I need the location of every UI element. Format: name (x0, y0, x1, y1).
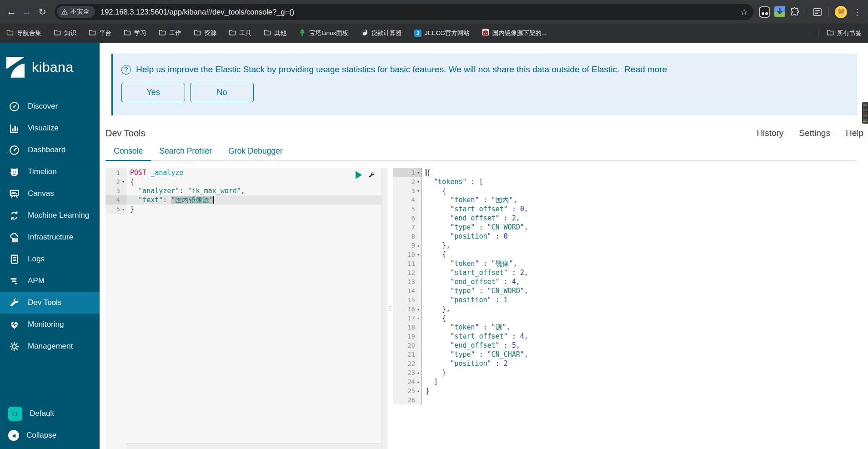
proxy-extension-icon[interactable] (759, 6, 770, 18)
all-bookmarks-label: 所有书签 (837, 29, 862, 37)
fold-expand-icon[interactable]: ▴ (415, 241, 421, 250)
bookmark-star-icon[interactable]: ☆ (740, 7, 748, 17)
reading-list-icon[interactable] (812, 7, 823, 17)
fold-expand-icon[interactable]: ▴ (415, 368, 421, 377)
bookmark-label: 平台 (99, 29, 111, 37)
fold-collapse-icon[interactable]: ▾ (415, 168, 421, 177)
extensions-puzzle-icon[interactable] (789, 7, 800, 17)
bookmark-item[interactable]: 平台 (89, 29, 111, 38)
back-icon[interactable]: ← (4, 4, 19, 20)
security-badge[interactable]: 不安全 (57, 6, 95, 18)
bookmark-item[interactable]: 资源 (194, 29, 216, 38)
console-response-viewer[interactable]: 1▾{2▾ "tokens" : [3▾ {4 "token" : "国内",5… (393, 168, 868, 449)
no-button[interactable]: No (190, 83, 254, 102)
tab-search-profiler[interactable]: Search Profiler (151, 145, 220, 160)
bookmark-label: 知识 (64, 29, 76, 37)
code-line: "start_offset" : 2, (422, 268, 528, 277)
forward-icon[interactable]: → (19, 4, 35, 20)
line-number: 3▾ (393, 186, 422, 195)
sidebar-item-monitoring[interactable]: Monitoring (0, 314, 100, 335)
read-more-link[interactable]: Read more (624, 65, 667, 75)
sidebar-item-dev-tools[interactable]: Dev Tools (0, 292, 100, 314)
code-row: 11 "token" : "镜像", (393, 259, 868, 268)
bookmark-item[interactable]: 宝塔Linux面板 (299, 29, 348, 38)
fold-expand-icon[interactable]: ▴ (415, 377, 421, 386)
apm-icon (8, 275, 20, 287)
sidebar-item-infrastructure[interactable]: Infrastructure (0, 226, 100, 248)
bookmark-item[interactable]: 学习 (124, 29, 146, 38)
code-row: 21 "type" : "CN_CHAR", (393, 350, 868, 359)
code-row: 16▴ }, (393, 304, 868, 314)
fold-collapse-icon[interactable]: ▾ (415, 186, 421, 195)
fold-collapse-icon[interactable]: ▾ (415, 250, 421, 259)
canvas-icon (8, 188, 20, 200)
bookmark-item[interactable]: 工作 (159, 29, 181, 38)
bookmark-item[interactable]: 知识 (54, 29, 76, 38)
sidebar-nav: DiscoverVisualizeDashboardTimelionCanvas… (0, 95, 100, 357)
bookmark-item[interactable]: 导航合集 (6, 29, 41, 38)
code-line: { (422, 186, 446, 195)
sidebar-collapse-button[interactable]: ◀ Collapse (0, 424, 100, 446)
sidebar-item-dashboard[interactable]: Dashboard (0, 139, 100, 161)
code-line: "token" : "镜像", (422, 259, 517, 268)
settings-button[interactable]: Settings (799, 128, 830, 138)
all-bookmarks-folder[interactable]: 所有书签 (827, 29, 862, 38)
reload-icon[interactable]: ↻ (35, 4, 50, 20)
scroll-marker-widget[interactable] (862, 102, 868, 124)
bookmark-item[interactable]: 其他 (264, 29, 286, 38)
download-extension-icon[interactable] (774, 6, 785, 17)
fold-expand-icon[interactable]: ▴ (415, 304, 421, 314)
bookmark-item[interactable]: 国内镜像源下架的... (482, 29, 547, 38)
send-request-button[interactable] (356, 171, 362, 179)
kibana-logo-icon (5, 56, 25, 78)
bookmark-label: 其他 (274, 29, 286, 37)
profile-avatar[interactable] (835, 6, 847, 18)
space-selector-default[interactable]: D Default (0, 403, 100, 424)
bookmark-item[interactable]: JJEECG官方网站 (414, 29, 470, 37)
sidebar-item-canvas[interactable]: Canvas (0, 183, 100, 205)
warning-icon (61, 9, 68, 15)
fold-expand-icon[interactable]: ▴ (415, 386, 421, 395)
code-row: 22 "position" : 2 (393, 359, 868, 368)
code-line: POST _analyze (126, 168, 183, 177)
line-number: 20 (393, 341, 422, 350)
code-line: "start_offset" : 0, (422, 205, 528, 214)
bookmark-item[interactable]: 工具 (229, 29, 251, 38)
url-bar[interactable]: 不安全 192.168.3.123:5601/app/kibana#/dev_t… (55, 4, 753, 20)
url-text: 192.168.3.123:5601/app/kibana#/dev_tools… (100, 8, 737, 16)
line-number: 19 (393, 332, 422, 341)
sidebar-item-logs[interactable]: Logs (0, 248, 100, 270)
fold-collapse-icon[interactable]: ▾ (415, 314, 421, 323)
sidebar-item-management[interactable]: Management (0, 335, 100, 357)
folder-icon (6, 29, 14, 38)
folder-icon (89, 29, 96, 38)
tab-grok-debugger[interactable]: Grok Debugger (220, 145, 291, 160)
sidebar-item-discover[interactable]: Discover (0, 95, 100, 117)
bookmark-item[interactable]: 贷款计算器 (361, 29, 402, 38)
help-button[interactable]: Help (846, 128, 863, 138)
browser-menu-icon[interactable]: ⋮ (851, 7, 863, 17)
line-number: 5 (393, 205, 422, 214)
logs-icon (8, 253, 20, 265)
kibana-logo[interactable]: kibana (0, 43, 100, 82)
fold-expand-icon[interactable]: ▴ (120, 205, 126, 214)
pane-resize-handle[interactable]: ⋮ (387, 168, 393, 449)
yes-button[interactable]: Yes (121, 83, 185, 102)
sidebar-item-timelion[interactable]: Timelion (0, 161, 100, 183)
line-number: 26 (393, 395, 422, 404)
sidebar-item-apm[interactable]: APM (0, 270, 100, 292)
fold-collapse-icon[interactable]: ▾ (120, 177, 126, 186)
devtools-tabs: Console Search Profiler Grok Debugger (105, 145, 857, 161)
discover-icon (8, 100, 20, 112)
folder-icon (54, 29, 61, 38)
request-wrench-icon[interactable] (368, 171, 376, 179)
line-number: 24▴ (393, 377, 422, 386)
sidebar-item-visualize[interactable]: Visualize (0, 117, 100, 139)
bookmark-label: 导航合集 (17, 29, 41, 37)
history-button[interactable]: History (757, 128, 783, 138)
tab-console[interactable]: Console (105, 145, 151, 161)
line-number: 4 (393, 195, 422, 205)
fold-collapse-icon[interactable]: ▾ (415, 177, 421, 186)
sidebar-item-machine-learning[interactable]: Machine Learning (0, 205, 100, 226)
console-request-editor[interactable]: 1POST _analyze2▾{3 "analyzer": "ik_max_w… (105, 168, 387, 449)
